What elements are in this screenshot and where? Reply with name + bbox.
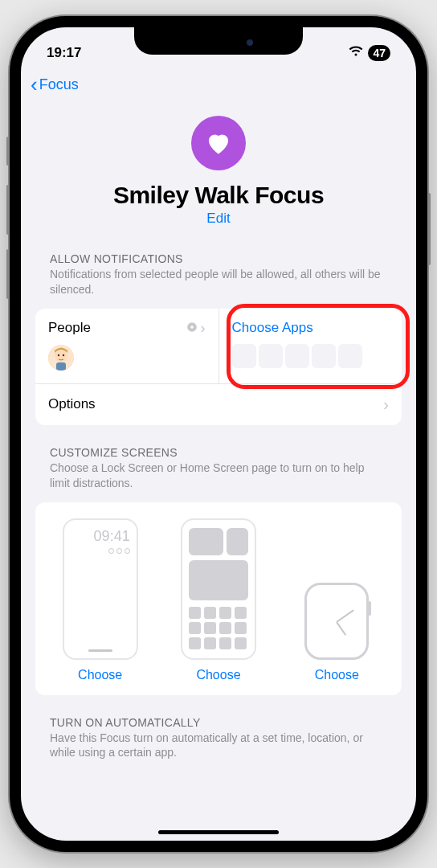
mute-switch <box>6 137 10 166</box>
svg-rect-6 <box>56 362 66 371</box>
auto-section-title: TURN ON AUTOMATICALLY <box>50 716 387 729</box>
customize-section-desc: Choose a Lock Screen or Home Screen page… <box>50 461 387 491</box>
edit-button[interactable]: Edit <box>206 211 230 227</box>
choose-apps-button[interactable]: Choose Apps <box>219 309 402 383</box>
svg-point-5 <box>63 354 64 356</box>
chevron-right-icon: › <box>383 395 389 414</box>
svg-point-1 <box>190 326 194 329</box>
people-button[interactable]: People › <box>35 309 219 383</box>
screen: 19:17 47 ‹ Focus Smiley Walk Focus Edit <box>21 27 416 841</box>
lock-screen-preview: 09:41 <box>63 518 138 660</box>
notifications-card: People › <box>35 309 402 425</box>
status-time: 19:17 <box>47 45 81 61</box>
home-screen-preview <box>181 518 256 660</box>
choose-watch-button[interactable]: Choose <box>282 668 392 682</box>
options-button[interactable]: Options › <box>35 384 402 425</box>
auto-section-header: TURN ON AUTOMATICALLY Have this Focus tu… <box>35 716 402 764</box>
notifications-section-title: ALLOW NOTIFICATIONS <box>50 252 387 265</box>
phone-frame: 19:17 47 ‹ Focus Smiley Walk Focus Edit <box>10 16 427 852</box>
chevron-right-icon: › <box>201 320 206 337</box>
battery-icon: 47 <box>368 45 390 61</box>
volume-down-button <box>6 249 10 299</box>
svg-point-4 <box>58 354 59 356</box>
choose-apps-label: Choose Apps <box>232 320 390 336</box>
notch <box>134 27 303 55</box>
customize-section-title: CUSTOMIZE SCREENS <box>50 446 387 459</box>
focus-title: Smiley Walk Focus <box>21 182 416 209</box>
gear-icon <box>186 321 198 335</box>
notifications-section-desc: Notifications from selected people will … <box>50 267 387 297</box>
lock-screen-time: 09:41 <box>71 528 130 545</box>
notifications-section-header: ALLOW NOTIFICATIONS Notifications from s… <box>35 252 402 301</box>
lock-screen-option[interactable]: 09:41 Choose <box>45 518 155 682</box>
focus-header: Smiley Walk Focus Edit <box>21 100 416 251</box>
back-chevron-icon: ‹ <box>31 74 38 95</box>
power-button <box>427 193 431 265</box>
watch-option[interactable]: Choose <box>282 518 392 682</box>
status-right: 47 <box>349 45 390 61</box>
volume-up-button <box>6 185 10 235</box>
avatar <box>48 345 74 371</box>
back-label: Focus <box>39 76 79 93</box>
customize-screens-card: 09:41 Choose <box>35 502 402 695</box>
options-label: Options <box>48 396 96 412</box>
nav-bar: ‹ Focus <box>21 66 416 100</box>
back-button[interactable]: ‹ Focus <box>31 74 79 95</box>
wifi-icon <box>349 45 363 61</box>
choose-lock-button[interactable]: Choose <box>45 668 155 682</box>
watch-preview <box>304 583 369 660</box>
home-screen-option[interactable]: Choose <box>163 518 273 682</box>
app-placeholders <box>232 344 390 368</box>
people-label: People <box>48 320 91 336</box>
heart-icon <box>191 116 246 170</box>
home-indicator[interactable] <box>158 830 279 834</box>
customize-section-header: CUSTOMIZE SCREENS Choose a Lock Screen o… <box>35 446 402 494</box>
choose-home-button[interactable]: Choose <box>163 668 273 682</box>
auto-section-desc: Have this Focus turn on automatically at… <box>50 731 387 761</box>
